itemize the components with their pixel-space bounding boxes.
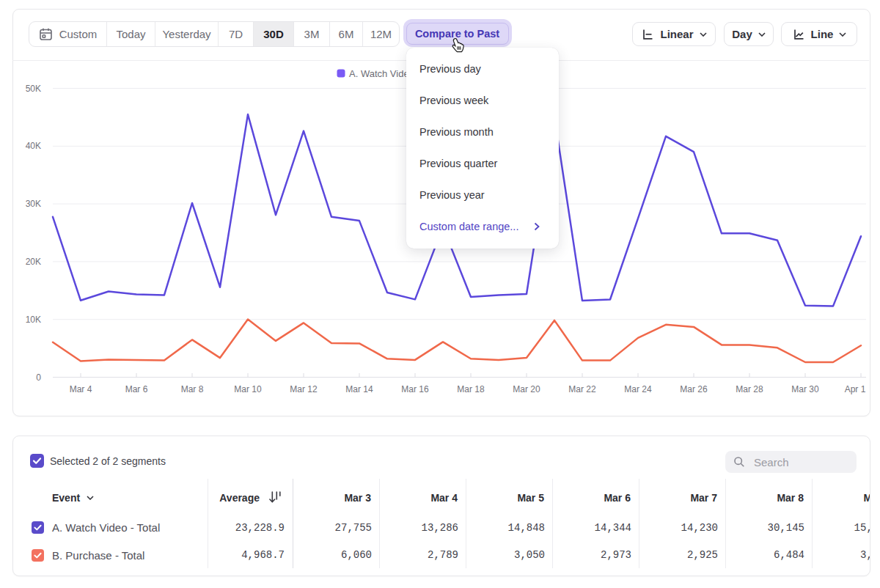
svg-text:10K: 10K xyxy=(26,315,41,325)
svg-text:Mar 14: Mar 14 xyxy=(345,384,373,394)
svg-text:Mar 12: Mar 12 xyxy=(290,384,318,394)
svg-text:Mar 26: Mar 26 xyxy=(680,384,708,394)
svg-text:Mar 18: Mar 18 xyxy=(457,384,485,394)
svg-text:Mar 6: Mar 6 xyxy=(125,384,148,394)
svg-text:40K: 40K xyxy=(26,141,41,151)
svg-text:Mar 8: Mar 8 xyxy=(181,384,204,394)
svg-text:Mar 22: Mar 22 xyxy=(568,384,596,394)
svg-text:0: 0 xyxy=(36,372,41,383)
svg-text:Mar 10: Mar 10 xyxy=(234,384,262,394)
svg-text:Mar 30: Mar 30 xyxy=(791,384,819,394)
svg-text:30K: 30K xyxy=(26,199,41,209)
svg-text:50K: 50K xyxy=(26,84,41,94)
svg-text:Mar 28: Mar 28 xyxy=(736,384,763,394)
svg-text:Mar 20: Mar 20 xyxy=(513,384,540,394)
svg-text:Mar 16: Mar 16 xyxy=(401,384,429,394)
svg-text:Mar 4: Mar 4 xyxy=(70,384,92,394)
svg-text:20K: 20K xyxy=(26,257,41,267)
svg-text:Apr 1: Apr 1 xyxy=(845,384,866,394)
svg-text:Mar 24: Mar 24 xyxy=(624,384,652,394)
